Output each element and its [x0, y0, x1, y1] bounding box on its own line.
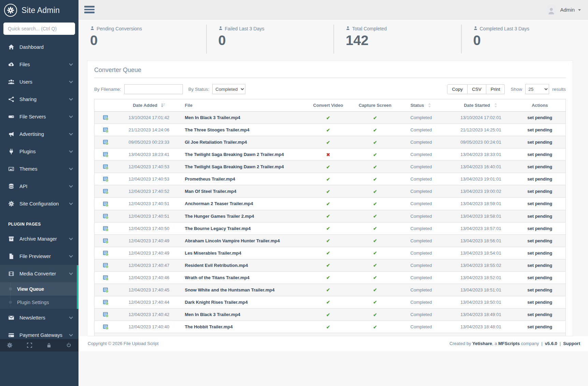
set-pending-link[interactable]: set pending [514, 284, 566, 296]
set-pending-link[interactable]: set pending [514, 198, 566, 210]
table-row: 12/04/2023 17:40:40 The Hobbit Trailer.m… [95, 321, 566, 333]
sidebar-item-plugins[interactable]: Plugins [0, 143, 78, 160]
cell-status: Completed [395, 136, 448, 148]
chevron-down-icon [69, 236, 73, 240]
cell-capture-screen: ✔ [356, 148, 395, 161]
video-file-icon [103, 226, 109, 231]
export-button-group: CopyCSVPrint [447, 84, 505, 94]
cell-date-started: 13/04/2023 18:51:01 [448, 284, 514, 296]
cell-convert-video: ✔ [301, 210, 356, 222]
sidebar-subitem-plugin-settings[interactable]: Plugin Settings [0, 296, 78, 309]
cell-date-started: 13/04/2023 18:48:01 [448, 321, 514, 333]
sidebar-item-file-previewer[interactable]: File Previewer [0, 247, 78, 265]
cell-convert-video: ✔ [301, 161, 356, 173]
by-filename-label: By Filename: [94, 87, 121, 92]
set-pending-link[interactable]: set pending [514, 161, 566, 173]
converter-queue-panel: Converter Queue By Filename: By Status: … [87, 60, 573, 336]
sidebar-item-label: File Previewer [19, 254, 64, 259]
sidebar-item-newsletters[interactable]: Newsletters [0, 309, 78, 326]
set-pending-link[interactable]: set pending [514, 271, 566, 284]
sidebar-item-label: Advertising [19, 131, 64, 137]
users-icon [8, 79, 14, 85]
check-icon: ✔ [326, 201, 330, 206]
sidebar-item-files[interactable]: Files [0, 56, 78, 73]
cell-convert-video: ✔ [301, 309, 356, 321]
cell-convert-video: ✔ [301, 136, 356, 148]
column-header-file[interactable]: File [182, 99, 301, 112]
check-icon: ✔ [373, 127, 377, 133]
set-pending-link[interactable]: set pending [514, 124, 566, 136]
set-pending-link[interactable]: set pending [514, 234, 566, 247]
set-pending-link[interactable]: set pending [514, 296, 566, 308]
cell-convert-video: ✔ [301, 333, 356, 336]
cell-file: Wrath of the Titans Trailer.mp4 [182, 271, 301, 284]
sidebar-item-site-configuration[interactable]: Site Configuration [0, 195, 78, 212]
set-pending-link[interactable]: set pending [514, 247, 566, 259]
cell-convert-video: ✔ [301, 284, 356, 296]
search-input[interactable] [3, 23, 75, 35]
column-header-status[interactable]: Status [395, 99, 448, 112]
sidebar-item-themes[interactable]: Themes [0, 160, 78, 177]
video-file-icon [103, 299, 109, 304]
menu-toggle-icon[interactable] [84, 6, 95, 13]
table-row: 12/04/2023 17:40:46 Wrath of the Titans … [95, 271, 566, 284]
column-header-capture-screen: Capture Screen [356, 99, 395, 112]
cell-file: The Twilight Saga Breaking Dawn 2 Traile… [182, 161, 301, 173]
status-filter-select[interactable]: Completed [212, 84, 245, 94]
sidebar-item-file-servers[interactable]: File Servers [0, 108, 78, 125]
cell-status: Completed [395, 198, 448, 210]
sidebar-item-advertising[interactable]: Advertising [0, 125, 78, 143]
set-pending-link[interactable]: set pending [514, 136, 566, 148]
set-pending-link[interactable]: set pending [514, 309, 566, 321]
table-row: 09/05/2023 00:23:33 GI Joe Retaliation T… [95, 136, 566, 148]
set-pending-link[interactable]: set pending [514, 148, 566, 161]
cell-file: Iron Sky Trailer.mp4 [182, 333, 301, 336]
table-row: 12/04/2023 17:40:44 Dark Knight Rises Tr… [95, 296, 566, 308]
sidebar-subitem-view-queue[interactable]: View Queue [0, 282, 78, 296]
user-menu[interactable]: Admin [546, 4, 581, 15]
set-pending-link[interactable]: set pending [514, 185, 566, 198]
gear-icon[interactable] [0, 339, 20, 352]
copy-button[interactable]: Copy [447, 84, 468, 94]
lock-icon[interactable] [39, 339, 59, 352]
check-icon: ✔ [326, 324, 330, 330]
sidebar-item-dashboard[interactable]: Dashboard [0, 38, 78, 56]
cell-date-added: 12/04/2023 17:40:40 [117, 321, 182, 333]
sidebar-item-users[interactable]: Users [0, 73, 78, 90]
page-length-select[interactable]: 25 [525, 84, 549, 94]
check-icon: ✔ [326, 250, 330, 256]
set-pending-link[interactable]: set pending [514, 173, 566, 185]
cell-capture-screen: ✔ [356, 112, 395, 124]
cell-capture-screen: ✔ [356, 234, 395, 247]
set-pending-link[interactable]: set pending [514, 210, 566, 222]
app-logo[interactable]: Site Admin [0, 0, 78, 20]
column-header-icon [95, 99, 117, 112]
cell-file: Snow White and the Huntsman Trailer.mp4 [182, 284, 301, 296]
filename-filter-input[interactable] [124, 84, 183, 94]
set-pending-link[interactable]: set pending [514, 259, 566, 271]
support-link[interactable]: Support [563, 341, 580, 346]
print-button[interactable]: Print [486, 84, 505, 94]
set-pending-link[interactable]: set pending [514, 222, 566, 234]
sidebar-item-media-converter[interactable]: Media Converter [0, 265, 78, 282]
check-icon: ✔ [326, 140, 330, 145]
expand-icon[interactable] [20, 339, 40, 352]
set-pending-link[interactable]: set pending [514, 321, 566, 333]
cell-convert-video: ✖ [301, 148, 356, 161]
set-pending-link[interactable]: set pending [514, 112, 566, 124]
csv-button[interactable]: CSV [468, 84, 486, 94]
person-icon [218, 26, 223, 31]
show-label: Show [511, 87, 522, 92]
sidebar-item-api[interactable]: API [0, 177, 78, 195]
cell-capture-screen: ✔ [356, 309, 395, 321]
column-header-date-started[interactable]: Date Started [448, 99, 514, 112]
set-pending-link[interactable]: set pending [514, 333, 566, 336]
check-icon: ✔ [373, 189, 377, 194]
sidebar-item-archive-manager[interactable]: Archive Manager [0, 230, 78, 247]
power-icon[interactable] [59, 339, 79, 352]
cell-capture-screen: ✔ [356, 284, 395, 296]
column-header-date-added[interactable]: Date Added [117, 99, 182, 112]
sidebar-item-sharing[interactable]: Sharing [0, 90, 78, 108]
table-row: 12/04/2023 17:40:51 The Hunger Games Tra… [95, 210, 566, 222]
sidebar: Site Admin Dashboard Files Users Sharing… [0, 0, 78, 386]
